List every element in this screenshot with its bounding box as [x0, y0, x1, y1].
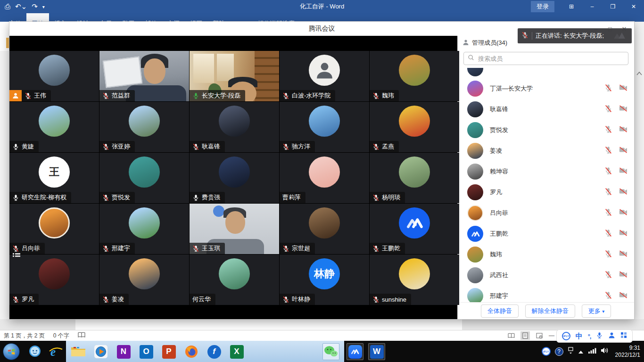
show-hidden-icons[interactable]: [578, 347, 584, 356]
video-tile[interactable]: 何云华: [190, 255, 279, 305]
ribbon-tab-插入[interactable]: 插入: [49, 13, 72, 22]
video-tile[interactable]: 魏玮: [370, 51, 459, 101]
word-restore-button[interactable]: ❐: [603, 0, 623, 13]
voice-input-icon[interactable]: [596, 332, 603, 341]
video-tile[interactable]: 林静叶林静: [280, 255, 369, 305]
qat-customize-icon[interactable]: ▾: [42, 4, 45, 9]
read-mode-icon[interactable]: [506, 331, 516, 340]
ifly-grid-icon[interactable]: [620, 332, 627, 340]
member-mic-muted-icon[interactable]: [604, 167, 612, 177]
member-cam-muted-icon[interactable]: [619, 292, 627, 300]
member-mic-muted-icon[interactable]: [604, 105, 612, 115]
ribbon-display-options-icon[interactable]: ⊞: [561, 0, 582, 13]
member-mic-muted-icon[interactable]: [604, 291, 612, 301]
clock[interactable]: 9:31 2022/12/1: [615, 345, 640, 359]
undo-icon[interactable]: ↶⌄: [15, 2, 27, 11]
member-search-input[interactable]: [477, 55, 624, 63]
chinese-mode-icon[interactable]: 中: [576, 332, 583, 341]
web-layout-icon[interactable]: [535, 331, 544, 340]
mute-all-button[interactable]: 全体静音: [481, 304, 519, 318]
member-mic-muted-icon[interactable]: [604, 146, 612, 156]
file-explorer-icon[interactable]: [70, 343, 87, 360]
video-tile[interactable]: 杨明琰: [370, 153, 459, 203]
volume-icon[interactable]: [601, 347, 609, 356]
wechat-icon[interactable]: [322, 343, 339, 360]
member-mic-muted-icon[interactable]: [604, 125, 612, 135]
member-row[interactable]: 王鹏乾: [467, 223, 634, 244]
member-row[interactable]: 丁湛—长安大学: [467, 78, 634, 99]
member-row[interactable]: 姜凌: [467, 140, 634, 161]
video-tile[interactable]: 宗世超: [280, 204, 369, 254]
ribbon-tab-设计[interactable]: 设计: [72, 13, 94, 22]
ribbon-tab-帮助[interactable]: 帮助: [207, 13, 230, 22]
help-tray-icon[interactable]: ?: [555, 347, 563, 356]
member-mic-muted-icon[interactable]: [604, 208, 612, 218]
member-cam-muted-icon[interactable]: [619, 84, 627, 93]
video-tile[interactable]: 王研究生院-柳有权: [9, 153, 99, 203]
video-tile[interactable]: 吕向菲: [9, 204, 99, 254]
tell-me-search[interactable]: 操作说明搜索: [249, 13, 295, 22]
login-button[interactable]: 登录: [531, 1, 554, 12]
firefox-icon[interactable]: [183, 343, 200, 360]
flash-icon[interactable]: f: [206, 343, 223, 360]
member-cam-muted-icon[interactable]: [619, 147, 627, 155]
word-icon[interactable]: W: [368, 343, 385, 360]
member-row[interactable]: 罗凡: [467, 182, 634, 203]
video-tile[interactable]: 罗凡: [9, 255, 99, 305]
video-tile[interactable]: 张亚婷: [99, 102, 189, 152]
member-row[interactable]: [467, 68, 634, 78]
video-tile[interactable]: 贾悦发: [99, 153, 189, 203]
member-cam-muted-icon[interactable]: [619, 271, 627, 280]
video-tile[interactable]: 王鹏乾: [370, 204, 459, 254]
more-button[interactable]: 更多 ▾: [582, 304, 611, 318]
member-cam-muted-icon[interactable]: [619, 188, 627, 197]
ribbon-tab-布局[interactable]: 布局: [94, 13, 117, 22]
video-tile[interactable]: 驰方洋: [280, 102, 369, 152]
video-tile[interactable]: 姜凌: [99, 255, 189, 305]
ribbon-tab-审阅[interactable]: 审阅: [162, 13, 185, 22]
ribbon-tab-视图[interactable]: 视图: [185, 13, 207, 22]
onenote-icon[interactable]: N: [115, 343, 132, 360]
video-tile[interactable]: 耿嘉锋: [190, 102, 279, 152]
scroll-up-icon[interactable]: [636, 69, 642, 77]
ribbon-tab-邮件[interactable]: 邮件: [140, 13, 162, 22]
ifly-tray-icon[interactable]: iFLY: [542, 347, 551, 356]
member-mic-muted-icon[interactable]: [604, 271, 612, 280]
outlook-icon[interactable]: O: [138, 343, 155, 360]
member-row[interactable]: 耿嘉锋: [467, 99, 634, 120]
member-row[interactable]: 吕向菲: [467, 203, 634, 223]
excel-icon[interactable]: X: [228, 343, 245, 360]
member-cam-muted-icon[interactable]: [619, 230, 627, 238]
video-tile[interactable]: 曹莉萍: [280, 153, 369, 203]
video-tile[interactable]: 黄婕: [9, 102, 99, 152]
internet-explorer-icon[interactable]: e: [47, 343, 64, 360]
zoom-out-icon[interactable]: —: [549, 332, 554, 339]
member-cam-muted-icon[interactable]: [619, 209, 627, 217]
video-tile[interactable]: 费贵强: [190, 153, 279, 203]
member-mic-muted-icon[interactable]: [604, 188, 612, 197]
mic-muted-icon[interactable]: [521, 32, 528, 40]
ifly-user-icon[interactable]: [608, 332, 615, 341]
video-tile[interactable]: sunshine: [370, 255, 459, 305]
ifly-logo-icon[interactable]: iFLY: [562, 332, 570, 340]
ribbon-tab-开始[interactable]: 开始: [26, 13, 49, 22]
video-tile[interactable]: 范益群: [99, 51, 189, 101]
layout-toggle-icon[interactable]: [12, 253, 21, 261]
video-tile[interactable]: 王伟: [9, 51, 99, 101]
redo-icon[interactable]: ↷: [32, 2, 38, 11]
punctuation-icon[interactable]: °,: [588, 333, 591, 340]
member-row[interactable]: 武西社: [467, 265, 634, 286]
print-layout-icon[interactable]: [520, 331, 530, 340]
tencent-meeting-icon[interactable]: [347, 343, 363, 360]
video-tile[interactable]: 孟燕: [370, 102, 459, 152]
powerpoint-icon[interactable]: P: [160, 343, 177, 360]
chat-app-icon[interactable]: [26, 343, 43, 360]
member-row[interactable]: 赖坤容: [467, 161, 634, 182]
member-row[interactable]: 贾悦发: [467, 120, 634, 140]
word-minimize-button[interactable]: –: [582, 0, 603, 13]
input-indicator-icon[interactable]: [568, 347, 574, 356]
member-mic-muted-icon[interactable]: [604, 229, 612, 239]
member-cam-muted-icon[interactable]: [619, 105, 627, 114]
video-tile[interactable]: 王玉琪: [190, 204, 279, 254]
member-search-box[interactable]: [463, 52, 628, 65]
